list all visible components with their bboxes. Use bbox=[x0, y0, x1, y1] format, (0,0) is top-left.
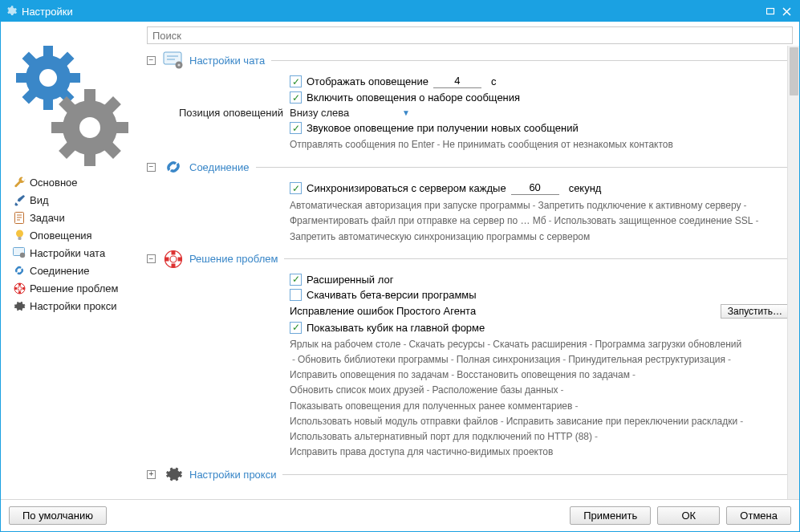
scrollbar-thumb[interactable] bbox=[790, 47, 798, 95]
option-link[interactable]: Исправить права доступа для частично-вид… bbox=[290, 445, 553, 460]
label-show-cube: Показывать кубик на главной форме bbox=[307, 322, 485, 334]
checkbox-ext-log[interactable]: ✓ bbox=[290, 274, 302, 286]
checkbox-typing-notify[interactable]: ✓ bbox=[290, 91, 302, 104]
link-icon bbox=[12, 264, 26, 277]
option-link[interactable]: Запретить подключение к активному сервер… bbox=[538, 198, 741, 213]
section-proxy: + Настройки прокси bbox=[147, 465, 793, 484]
option-link[interactable]: Исправить зависание при переключении рас… bbox=[506, 414, 737, 429]
option-link[interactable]: Фрагментировать файл при отправке на сер… bbox=[290, 213, 546, 229]
option-link[interactable]: Автоматическая авторизация при запуске п… bbox=[290, 198, 530, 213]
label-ext-log: Расширенный лог bbox=[307, 274, 393, 286]
option-link[interactable]: Не принимать сообщения от незнакомых кон… bbox=[442, 137, 672, 152]
troub-links: Ярлык на рабочем столе - Скачать ресурсы… bbox=[290, 337, 747, 461]
label-position: Позиция оповещений bbox=[169, 107, 290, 119]
bulb-icon bbox=[12, 229, 26, 242]
wrench-icon bbox=[12, 176, 26, 189]
nav-item-connection[interactable]: Соединение bbox=[9, 262, 140, 279]
input-notify-seconds[interactable] bbox=[433, 75, 481, 88]
maximize-button[interactable] bbox=[762, 4, 778, 18]
nav-item-notifications[interactable]: Оповещения bbox=[9, 226, 140, 244]
search-input[interactable] bbox=[147, 26, 793, 44]
option-link[interactable]: Ярлык на рабочем столе bbox=[290, 337, 400, 352]
option-link[interactable]: Использовать альтернативный порт для под… bbox=[290, 429, 592, 445]
svg-point-7 bbox=[79, 117, 100, 138]
option-link[interactable]: Запретить автоматическую синхронизацию п… bbox=[290, 229, 590, 245]
defaults-button[interactable]: По умолчанию bbox=[9, 506, 107, 525]
svg-point-4 bbox=[39, 69, 57, 87]
conn-links: Автоматическая авторизация при запуске п… bbox=[290, 198, 793, 245]
label-sync: Синхронизироваться с сервером каждые bbox=[307, 182, 506, 194]
input-sync-seconds[interactable] bbox=[511, 181, 559, 195]
lifebuoy-icon bbox=[12, 282, 26, 294]
section-title: Настройки чата bbox=[189, 55, 265, 67]
section-title: Настройки прокси bbox=[189, 469, 276, 481]
svg-point-17 bbox=[177, 63, 180, 66]
collapse-toggle[interactable]: − bbox=[147, 163, 156, 172]
option-link[interactable]: Отправлять сообщения по Enter bbox=[290, 137, 434, 152]
label-sound-notify: Звуковое оповещение при получении новых … bbox=[307, 122, 579, 134]
close-button[interactable] bbox=[778, 4, 794, 18]
option-link[interactable]: Обновить библиотеки программы bbox=[298, 352, 449, 368]
option-link[interactable]: Обновить список моих друзей bbox=[290, 383, 424, 398]
nav-label: Основное bbox=[30, 177, 78, 189]
cancel-button[interactable]: Отмена bbox=[726, 506, 791, 525]
option-link[interactable]: Принудительная реструктуризация bbox=[568, 352, 725, 368]
chat-settings-icon bbox=[12, 246, 26, 259]
nav-label: Настройки чата bbox=[30, 247, 105, 259]
nav-item-main[interactable]: Основное bbox=[9, 173, 140, 191]
section-title: Соединение bbox=[189, 161, 250, 173]
collapse-toggle[interactable]: − bbox=[147, 56, 156, 65]
option-link[interactable]: Скачать расширения bbox=[493, 337, 587, 352]
select-position[interactable]: Внизу слева ▼ bbox=[290, 107, 410, 119]
checkbox-show-cube[interactable]: ✓ bbox=[290, 322, 302, 334]
checkbox-sound-notify[interactable]: ✓ bbox=[290, 122, 302, 134]
chat-links: Отправлять сообщения по Enter - Не прини… bbox=[290, 137, 793, 152]
run-button[interactable]: Запустить… bbox=[721, 304, 790, 319]
expand-toggle[interactable]: + bbox=[147, 470, 156, 479]
svg-point-14 bbox=[18, 286, 22, 290]
nav-item-chat[interactable]: Настройки чата bbox=[9, 244, 140, 262]
nav-label: Задачи bbox=[30, 212, 65, 224]
gear-icon bbox=[12, 299, 26, 312]
nav-item-troubleshoot[interactable]: Решение проблем bbox=[9, 279, 140, 297]
option-link[interactable]: Программа загрузки обновлений bbox=[595, 337, 741, 352]
option-link[interactable]: Полная синхронизация bbox=[457, 352, 560, 368]
scrollbar[interactable] bbox=[787, 46, 799, 499]
option-link[interactable]: Исправить оповещения по задачам bbox=[290, 368, 449, 383]
svg-point-9 bbox=[16, 229, 23, 237]
nav-label: Решение проблем bbox=[30, 282, 118, 294]
checkbox-sync[interactable]: ✓ bbox=[290, 182, 302, 194]
nav-label: Оповещения bbox=[30, 229, 92, 242]
apply-button[interactable]: Применить bbox=[570, 506, 651, 525]
unit-seconds: секунд bbox=[569, 182, 602, 194]
label-fix-agent: Исправление ошибок Простого Агента bbox=[290, 305, 476, 317]
gear-icon bbox=[162, 465, 185, 484]
section-chat: − Настройки чата ✓ Отображать оповещение bbox=[147, 51, 793, 152]
svg-rect-0 bbox=[766, 9, 774, 14]
nav-item-tasks[interactable]: Задачи bbox=[9, 209, 140, 226]
option-link[interactable]: Использовать новый модуль отправки файло… bbox=[290, 414, 498, 429]
sidebar: Основное Вид Задачи Оповещения Настройки… bbox=[1, 22, 144, 499]
window-title: Настройки bbox=[22, 6, 762, 18]
label-beta: Скачивать бета-версии программы bbox=[307, 289, 477, 301]
svg-point-19 bbox=[170, 256, 177, 262]
collapse-toggle[interactable]: − bbox=[147, 254, 156, 263]
option-link[interactable]: Использовать защищенное соединение SSL bbox=[554, 213, 753, 229]
nav-list: Основное Вид Задачи Оповещения Настройки… bbox=[1, 173, 144, 315]
option-link[interactable]: Скачать ресурсы bbox=[408, 337, 485, 352]
section-connection: − Соединение ✓ Синхронизироваться с серв… bbox=[147, 157, 793, 245]
chat-settings-icon bbox=[162, 51, 185, 70]
nav-item-view[interactable]: Вид bbox=[9, 191, 140, 209]
checkbox-beta[interactable] bbox=[290, 289, 302, 301]
option-link[interactable]: Расположение базы данных bbox=[432, 383, 558, 398]
nav-item-proxy[interactable]: Настройки прокси bbox=[9, 297, 140, 315]
checkbox-show-notify[interactable]: ✓ bbox=[290, 75, 302, 87]
nav-label: Соединение bbox=[30, 265, 90, 277]
ok-button[interactable]: ОК bbox=[657, 506, 720, 525]
option-link[interactable]: Восстановить оповещения по задачам bbox=[457, 368, 630, 383]
option-link[interactable]: Показывать оповещения для полученных ран… bbox=[290, 399, 572, 414]
chevron-down-icon: ▼ bbox=[402, 108, 410, 117]
doc-icon bbox=[12, 211, 26, 224]
section-title: Решение проблем bbox=[189, 253, 278, 265]
section-troubleshoot: − Решение проблем ✓ Расширенный лог bbox=[147, 250, 793, 461]
